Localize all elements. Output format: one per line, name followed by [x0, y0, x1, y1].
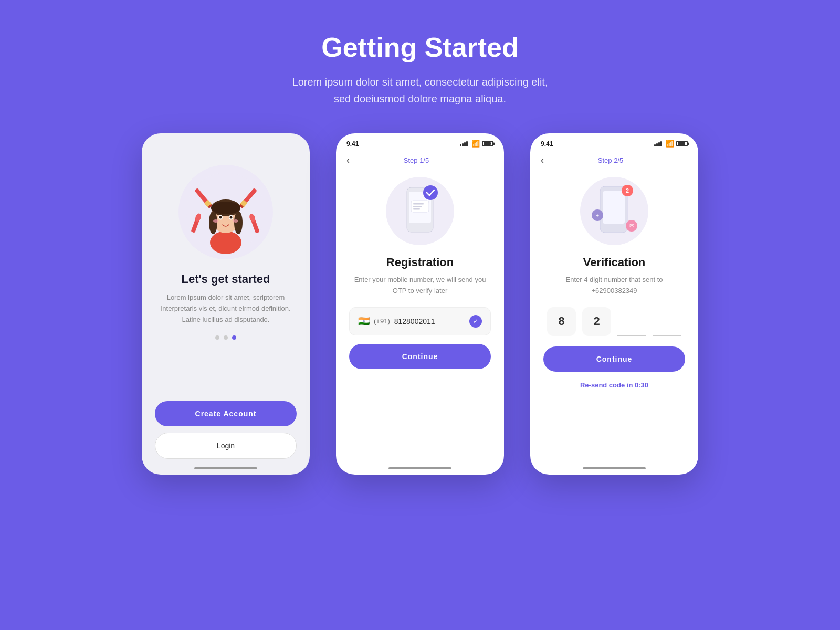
back-button-3[interactable]: ‹: [541, 155, 544, 166]
battery-icon-3: [676, 141, 688, 146]
svg-point-21: [230, 216, 233, 219]
otp-input-row: 8 2: [543, 307, 685, 336]
verification-illustration: 2 + ✉: [580, 177, 648, 245]
verification-desc: Enter 4 digit number that sent to +62900…: [566, 275, 663, 297]
resend-timer[interactable]: 0:30: [635, 381, 648, 389]
page-title: Getting Started: [292, 32, 548, 63]
time-3: 9.41: [541, 140, 553, 148]
nav-bar-3: ‹ Step 2/5: [530, 152, 698, 169]
phone-number: 8128002011: [394, 317, 435, 326]
time-2: 9.41: [346, 140, 359, 148]
phone-registration: 9.41 📶 ‹ Step 1/5: [336, 133, 504, 475]
status-bar-3: 9.41 📶: [530, 133, 698, 152]
otp-box-4[interactable]: [653, 307, 681, 336]
svg-rect-32: [603, 191, 625, 224]
step-label-3: Step 2/5: [598, 156, 623, 164]
login-button[interactable]: Login: [155, 433, 297, 459]
svg-text:✉: ✉: [629, 223, 634, 229]
create-account-button[interactable]: Create Account: [155, 401, 297, 426]
nav-bar-2: ‹ Step 1/5: [336, 152, 504, 169]
registration-illustration: [386, 177, 454, 245]
status-icons-2: 📶: [460, 140, 494, 148]
svg-point-12: [210, 231, 242, 254]
country-flag: 🇮🇳: [358, 316, 370, 327]
wifi-icon-3: 📶: [666, 140, 674, 148]
dots-indicator: [215, 335, 236, 340]
dot-1: [215, 335, 219, 340]
phones-container: Let's get started Lorem ipsum dolor sit …: [142, 133, 698, 475]
otp-box-1[interactable]: 8: [547, 307, 576, 336]
welcome-title: Let's get started: [158, 272, 294, 286]
welcome-text: Let's get started Lorem ipsum dolor sit …: [142, 272, 310, 325]
avatar-circle: [178, 165, 273, 259]
svg-text:+: +: [595, 212, 598, 218]
home-indicator-2: [388, 467, 452, 469]
action-buttons: Create Account Login: [142, 401, 310, 459]
svg-point-16: [234, 211, 243, 234]
svg-rect-27: [413, 203, 424, 205]
svg-text:2: 2: [625, 187, 628, 194]
wifi-icon: 📶: [471, 140, 480, 148]
continue-button-3[interactable]: Continue: [543, 346, 685, 372]
home-indicator: [194, 467, 257, 469]
verification-title: Verification: [583, 256, 646, 269]
phone-verification: 9.41 📶 ‹ Step 2/5: [530, 133, 698, 475]
avatar-illustration: [184, 170, 268, 254]
phone-input-field[interactable]: 🇮🇳 (+91) 8128002011 ✓: [349, 307, 491, 335]
svg-point-22: [213, 219, 218, 223]
dot-3: [232, 335, 236, 340]
verification-svg: 2 + ✉: [590, 181, 639, 242]
step-label-2: Step 1/5: [404, 156, 429, 164]
back-button-2[interactable]: ‹: [346, 155, 350, 166]
registration-title: Registration: [386, 256, 454, 269]
svg-rect-28: [413, 206, 422, 207]
svg-rect-29: [413, 208, 420, 210]
svg-point-15: [209, 211, 217, 234]
welcome-body: Lorem ipsum dolor sit amet, scriptorem i…: [158, 292, 294, 325]
registration-desc: Enter your mobile number, we will send y…: [354, 275, 486, 297]
signal-icon: [460, 141, 468, 146]
registration-svg: [396, 182, 444, 240]
country-code: (+91): [374, 317, 390, 325]
svg-point-23: [233, 219, 238, 223]
status-icons-3: 📶: [654, 140, 688, 148]
battery-icon: [482, 141, 494, 146]
signal-icon-3: [654, 141, 662, 146]
avatar-section: Let's get started Lorem ipsum dolor sit …: [142, 165, 310, 340]
phone3-content: 2 + ✉ Verification Enter 4 digit number …: [530, 169, 698, 475]
resend-text: Re-send code in 0:30: [580, 381, 648, 389]
otp-box-3[interactable]: [617, 307, 646, 336]
home-indicator-3: [583, 467, 646, 469]
svg-point-30: [423, 185, 438, 200]
continue-button-2[interactable]: Continue: [349, 344, 491, 369]
phone2-content: Registration Enter your mobile number, w…: [336, 169, 504, 475]
dot-2: [224, 335, 228, 340]
status-bar-2: 9.41 📶: [336, 133, 504, 152]
svg-point-17: [211, 202, 240, 214]
svg-point-20: [219, 216, 222, 219]
check-icon: ✓: [469, 315, 482, 328]
phone-ref: +62900382349: [591, 287, 637, 295]
otp-box-2[interactable]: 2: [582, 307, 611, 336]
page-subtitle: Lorem ipsum dolor sit amet, consectetur …: [292, 74, 548, 107]
phone-welcome: Let's get started Lorem ipsum dolor sit …: [142, 133, 310, 475]
page-header: Getting Started Lorem ipsum dolor sit am…: [292, 32, 548, 107]
